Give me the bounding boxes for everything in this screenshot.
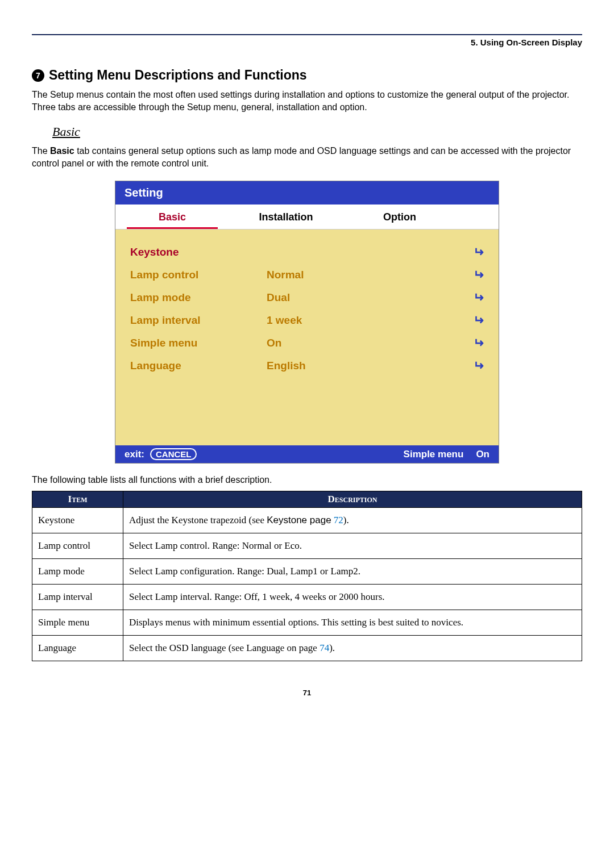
osd-title: Setting (115, 181, 499, 205)
tab-basic[interactable]: Basic (115, 205, 229, 229)
basic-paragraph: The Basic tab contains general setup opt… (32, 145, 582, 169)
table-row: Lamp control Select Lamp control. Range:… (32, 533, 582, 559)
osd-value: On (267, 337, 462, 349)
cell-item: Lamp interval (32, 585, 123, 610)
section-title-text: Setting Menu Descriptions and Functions (49, 68, 307, 83)
osd-row-language[interactable]: Language English ↵ (130, 354, 484, 377)
osd-body: Keystone ↵ Lamp control Normal ↵ Lamp mo… (115, 229, 499, 445)
page-number: 71 (32, 688, 582, 697)
description-table: Item Description Keystone Adjust the Key… (32, 491, 582, 661)
cell-desc: Select Lamp control. Range: Normal or Ec… (123, 533, 582, 559)
osd-label: Lamp control (130, 269, 261, 281)
th-item: Item (32, 491, 123, 508)
subheading-basic: Basic (52, 124, 582, 139)
osd-label: Lamp mode (130, 291, 261, 304)
cell-item: Keystone (32, 508, 123, 533)
table-intro: The following table lists all functions … (32, 475, 582, 485)
osd-row-lamp-control[interactable]: Lamp control Normal ↵ (130, 264, 484, 286)
osd-value: Dual (267, 291, 462, 304)
osd-row-lamp-mode[interactable]: Lamp mode Dual ↵ (130, 286, 484, 309)
osd-value: 1 week (267, 314, 462, 327)
osd-row-simple-menu[interactable]: Simple menu On ↵ (130, 332, 484, 354)
osd-row-lamp-interval[interactable]: Lamp interval 1 week ↵ (130, 309, 484, 332)
osd-value: Normal (267, 269, 462, 281)
cell-item: Simple menu (32, 610, 123, 636)
osd-label: Lamp interval (130, 314, 261, 327)
cell-desc: Displays menus with minimum essential op… (123, 610, 582, 636)
table-row: Language Select the OSD language (see La… (32, 636, 582, 661)
cell-item: Language (32, 636, 123, 661)
osd-panel: Setting Basic Installation Option Keysto… (115, 181, 499, 464)
cell-desc: Select Lamp interval. Range: Off, 1 week… (123, 585, 582, 610)
table-row: Keystone Adjust the Keystone trapezoid (… (32, 508, 582, 533)
footer-right-label: Simple menu (404, 449, 464, 460)
table-row: Lamp mode Select Lamp configuration. Ran… (32, 559, 582, 585)
section-title: 7 Setting Menu Descriptions and Function… (32, 68, 582, 83)
th-description: Description (123, 491, 582, 508)
enter-icon: ↵ (474, 358, 484, 373)
chapter-heading: 5. Using On-Screen Display (32, 37, 582, 47)
tab-option[interactable]: Option (343, 205, 457, 229)
cancel-button[interactable]: CANCEL (150, 448, 197, 460)
osd-footer: exit: CANCEL Simple menu On (115, 445, 499, 463)
intro-paragraph: The Setup menus contain the most often u… (32, 89, 582, 113)
osd-tab-bar: Basic Installation Option (115, 205, 499, 229)
cell-item: Lamp mode (32, 559, 123, 585)
cell-desc: Select Lamp configuration. Range: Dual, … (123, 559, 582, 585)
osd-label: Keystone (130, 246, 261, 258)
enter-icon: ↵ (474, 290, 484, 305)
tab-installation[interactable]: Installation (229, 205, 343, 229)
table-row: Simple menu Displays menus with minimum … (32, 610, 582, 636)
enter-icon: ↵ (474, 336, 484, 350)
osd-label: Simple menu (130, 337, 261, 349)
section-number-icon: 7 (32, 69, 44, 82)
enter-icon: ↵ (474, 268, 484, 282)
enter-icon: ↵ (474, 245, 484, 260)
cell-desc: Select the OSD language (see Language on… (123, 636, 582, 661)
osd-row-keystone[interactable]: Keystone ↵ (130, 241, 484, 264)
enter-icon: ↵ (474, 313, 484, 328)
exit-label: exit: (125, 449, 144, 460)
cell-desc: Adjust the Keystone trapezoid (see Keyst… (123, 508, 582, 533)
osd-label: Language (130, 360, 261, 372)
table-row: Lamp interval Select Lamp interval. Rang… (32, 585, 582, 610)
footer-right-value: On (476, 449, 489, 460)
osd-value: English (267, 360, 462, 372)
cell-item: Lamp control (32, 533, 123, 559)
